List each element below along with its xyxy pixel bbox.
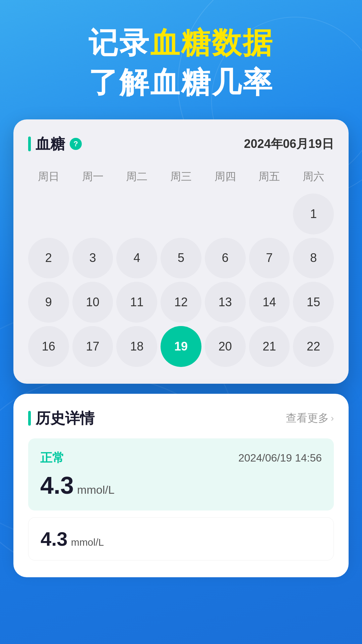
day-18[interactable]: 18 bbox=[116, 326, 157, 367]
help-icon-label: ? bbox=[73, 140, 78, 148]
view-more-label: 查看更多 bbox=[286, 411, 329, 426]
help-icon[interactable]: ? bbox=[70, 138, 82, 150]
day-empty-4 bbox=[161, 194, 201, 234]
record-status-1: 正常 bbox=[40, 450, 64, 466]
day-empty-2 bbox=[72, 194, 113, 234]
weekday-tue: 周二 bbox=[116, 166, 157, 190]
record-unit-2: mmol/L bbox=[71, 537, 104, 548]
record-number-2: 4.3 bbox=[41, 528, 68, 550]
day-4[interactable]: 4 bbox=[116, 238, 157, 279]
day-empty-1 bbox=[28, 194, 69, 234]
day-empty-6 bbox=[249, 194, 290, 234]
day-19[interactable]: 19 bbox=[161, 326, 201, 367]
day-22[interactable]: 22 bbox=[293, 326, 334, 367]
record-value-2: 4.3 mmol/L bbox=[41, 528, 321, 550]
hero-accent: 血糖数据 bbox=[150, 26, 274, 59]
day-3[interactable]: 3 bbox=[72, 238, 113, 279]
weekday-fri: 周五 bbox=[249, 166, 290, 190]
record-value-1: 4.3 mmol/L bbox=[40, 472, 322, 499]
calendar-header: 血糖 ? 2024年06月19日 bbox=[28, 134, 334, 154]
calendar-date: 2024年06月19日 bbox=[244, 136, 334, 152]
day-21[interactable]: 21 bbox=[249, 326, 290, 367]
day-13[interactable]: 13 bbox=[205, 282, 246, 323]
weekday-thu: 周四 bbox=[205, 166, 246, 190]
day-10[interactable]: 10 bbox=[72, 282, 113, 323]
record-item-2[interactable]: 4.3 mmol/L bbox=[28, 517, 334, 560]
day-11[interactable]: 11 bbox=[116, 282, 157, 323]
calendar-title-group: 血糖 ? bbox=[28, 134, 82, 154]
record-item-1[interactable]: 正常 2024/06/19 14:56 4.3 mmol/L bbox=[28, 438, 334, 511]
day-16[interactable]: 16 bbox=[28, 326, 69, 367]
day-9[interactable]: 9 bbox=[28, 282, 69, 323]
hero-subtitle: 了解血糖几率 bbox=[0, 63, 362, 103]
chevron-right-icon: › bbox=[331, 413, 334, 424]
view-more-button[interactable]: 查看更多 › bbox=[286, 411, 334, 426]
weekday-mon: 周一 bbox=[72, 166, 113, 190]
hero-section: 记录血糖数据 了解血糖几率 bbox=[0, 0, 362, 119]
calendar-card: 血糖 ? 2024年06月19日 周日 周一 周二 周三 周四 周五 周六 1 … bbox=[13, 119, 349, 384]
calendar-grid: 周日 周一 周二 周三 周四 周五 周六 1 2 3 4 5 6 7 8 9 1… bbox=[28, 166, 334, 367]
history-title-bar bbox=[28, 411, 31, 426]
day-2[interactable]: 2 bbox=[28, 238, 69, 279]
day-20[interactable]: 20 bbox=[205, 326, 246, 367]
day-7[interactable]: 7 bbox=[249, 238, 290, 279]
hero-prefix: 记录 bbox=[88, 26, 150, 59]
day-empty-5 bbox=[205, 194, 246, 234]
history-title: 历史详情 bbox=[36, 409, 95, 428]
history-title-group: 历史详情 bbox=[28, 409, 95, 428]
day-6[interactable]: 6 bbox=[205, 238, 246, 279]
record-time-1: 2024/06/19 14:56 bbox=[238, 452, 322, 464]
day-12[interactable]: 12 bbox=[161, 282, 201, 323]
day-17[interactable]: 17 bbox=[72, 326, 113, 367]
weekday-sun: 周日 bbox=[28, 166, 69, 190]
hero-title-line1: 记录血糖数据 bbox=[0, 27, 362, 59]
history-card: 历史详情 查看更多 › 正常 2024/06/19 14:56 4.3 mmol… bbox=[13, 394, 349, 577]
weekday-wed: 周三 bbox=[161, 166, 201, 190]
day-empty-3 bbox=[116, 194, 157, 234]
title-bar-accent bbox=[28, 137, 31, 151]
day-15[interactable]: 15 bbox=[293, 282, 334, 323]
history-header: 历史详情 查看更多 › bbox=[28, 409, 334, 428]
record-unit-1: mmol/L bbox=[77, 483, 114, 496]
day-14[interactable]: 14 bbox=[249, 282, 290, 323]
calendar-title: 血糖 bbox=[36, 134, 65, 154]
day-1[interactable]: 1 bbox=[293, 194, 334, 234]
weekday-sat: 周六 bbox=[293, 166, 334, 190]
record-top-1: 正常 2024/06/19 14:56 bbox=[40, 450, 322, 466]
day-8[interactable]: 8 bbox=[293, 238, 334, 279]
day-5[interactable]: 5 bbox=[161, 238, 201, 279]
record-number-1: 4.3 bbox=[40, 472, 74, 499]
